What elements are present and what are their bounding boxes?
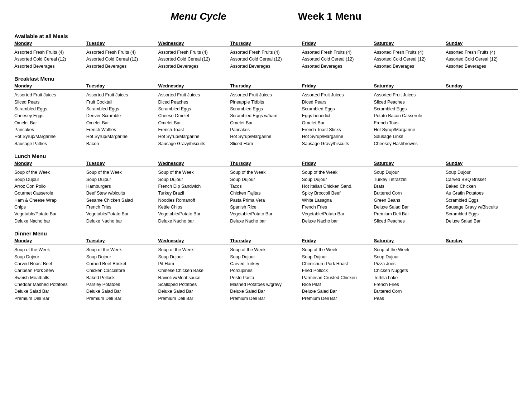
available-grid-saturday-col: Assorted Fresh Fruits (4)Assorted Cold C… [374, 49, 446, 70]
list-item: Assorted Fresh Fruits (4) [230, 49, 299, 56]
list-item: Omelet Bar [86, 120, 155, 126]
list-item: Spanish Rice [230, 204, 299, 211]
lunch-grid-friday-col: Soup of the WeekSoup DujourHot Italian C… [302, 169, 374, 225]
dinner-grid-sunday-col [446, 247, 518, 302]
day-header-tue-dinner: Tuesday [86, 238, 158, 243]
lunch-grid-saturday-col: Soup DujourTurkey TetrazziniBratsButtere… [374, 169, 446, 225]
list-item: Pesto Pasta [230, 274, 299, 281]
list-item: Deluxe Nacho bar [14, 218, 83, 225]
list-item: Soup of the Week [158, 247, 227, 253]
list-item: Pancakes [230, 126, 299, 133]
list-item: Sausage Gravy w/Biscuits [446, 204, 515, 211]
list-item: Soup of the Week [374, 247, 443, 253]
available-grid-tuesday-col: Assorted Fresh Fruits (4)Assorted Cold C… [86, 49, 158, 70]
list-item: Assorted Beverages [158, 63, 227, 70]
list-item: Bacon [86, 140, 155, 147]
list-item: Assorted Fruit Juices [374, 92, 443, 99]
list-item: Premium Deli Bar [14, 295, 83, 302]
list-item: Soup Dujour [374, 169, 443, 176]
list-item: Sausage Gravy/biscuits [158, 140, 227, 147]
dinner-section-title: Dinner Menu [14, 230, 518, 236]
list-item: Vegetable/Potato Bar [14, 211, 83, 218]
list-item: Kettle Chips [158, 204, 227, 211]
day-header-sat-dinner: Saturday [374, 238, 446, 243]
list-item: Sesame Chicken Salad [86, 197, 155, 204]
available-section-title: Available at all Meals [14, 33, 518, 39]
list-item: Hot Syrup/Margarine [86, 133, 155, 140]
menu-cycle-title: Menu Cycle [171, 11, 226, 22]
list-item: Gourmet Casserole [14, 190, 83, 197]
list-item: Eggs benedict [302, 113, 371, 119]
lunch-grid-tuesday-col: Soup of the WeekSoup DujourHamburgersBee… [86, 169, 158, 225]
available-grid-sunday-col: Assorted Fresh Fruits (4)Assorted Cold C… [446, 49, 518, 70]
list-item: White Lasagna [302, 197, 371, 204]
day-header-mon-bfast: Monday [14, 83, 86, 89]
list-item: Soup Dujour [446, 169, 515, 176]
day-header-sun-avail: Sunday [446, 40, 518, 46]
day-header-sat-lunch: Saturday [374, 161, 446, 166]
list-item: Scrambled Eggs [230, 106, 299, 113]
list-item: French Waffles [86, 126, 155, 133]
list-item: Deluxe Salad Bar [158, 288, 227, 295]
list-item: Baked Chicken [446, 183, 515, 190]
available-grid-wednesday-col: Assorted Fresh Fruits (4)Assorted Cold C… [158, 49, 230, 70]
list-item: Chimichurri Pork Roast [302, 261, 371, 267]
day-header-sat-bfast: Saturday [374, 83, 446, 89]
list-item: Fried Pollock [302, 267, 371, 274]
list-item: Assorted Cold Cereal (12) [86, 56, 155, 63]
list-item: Assorted Beverages [302, 63, 371, 70]
list-item: Soup of the Week [230, 247, 299, 253]
list-item: Sliced Pears [14, 99, 83, 106]
list-item: Diced Peaches [158, 99, 227, 106]
list-item: Carved BBQ Brisket [446, 176, 515, 183]
list-item: Chicken Cacciatore [86, 267, 155, 274]
list-item: Deluxe Nacho bar [302, 218, 371, 225]
available-menu-grid: Assorted Fresh Fruits (4)Assorted Cold C… [14, 49, 518, 70]
day-header-thu-avail: Thursday [230, 40, 302, 46]
lunch-grid-monday-col: Soup of the WeekSoup DujourArroz Con Pol… [14, 169, 86, 225]
list-item: Scrambled Eggs [86, 106, 155, 113]
list-item: Carved Turkey [230, 261, 299, 267]
list-item: Sausage Gravy/biscuits [302, 140, 371, 147]
list-item: Corned Beef Brisket [86, 261, 155, 267]
list-item: Sliced Ham [230, 140, 299, 147]
list-item: Pineapple Tidbits [230, 99, 299, 106]
list-item: Assorted Cold Cereal (12) [14, 56, 83, 63]
lunch-grid-thursday-col: Soup of the WeekSoup DujourTacosChicken … [230, 169, 302, 225]
list-item: Assorted Fresh Fruits (4) [14, 49, 83, 56]
list-item: Vegetable/Potato Bar [158, 211, 227, 218]
list-item: Scrambled Eggs [302, 106, 371, 113]
dinner-grid-wednesday-col: Soup of the WeekSoup DujourPit HamChines… [158, 247, 230, 302]
list-item: Pasta Prima Vera [230, 197, 299, 204]
list-item: Soup Dujour [374, 254, 443, 261]
dinner-grid-saturday-col: Soup of the WeekSoup DujourPizza JoesChi… [374, 247, 446, 302]
list-item: Sliced Peaches [374, 218, 443, 225]
list-item: Omelet Bar [302, 120, 371, 126]
list-item: Soup Dujour [86, 254, 155, 261]
dinner-day-headers: Monday Tuesday Wednesday Thursday Friday… [14, 238, 518, 244]
day-header-thu-lunch: Thursday [230, 161, 302, 166]
day-header-mon-lunch: Monday [14, 161, 86, 166]
list-item: Potato Bacon Casserole [374, 113, 443, 119]
list-item: Caribean Pork Stew [14, 267, 83, 274]
list-item: Peas [374, 295, 443, 302]
list-item: Vegetable/Potato Bar [230, 211, 299, 218]
dinner-grid-monday-col: Soup of the WeekSoup DujourCarved Roast … [14, 247, 86, 302]
list-item: Soup of the Week [14, 247, 83, 253]
list-item: Scrambled Eggs [446, 197, 515, 204]
list-item: Hot Syrup/Margarine [302, 133, 371, 140]
list-item: Soup Dujour [86, 176, 155, 183]
list-item: Assorted Fruit Juices [230, 92, 299, 99]
list-item: Hot Syrup/Margarine [14, 133, 83, 140]
list-item: Assorted Beverages [374, 63, 443, 70]
breakfast-grid-saturday-col: Assorted Fruit JuicesSliced PeachesScram… [374, 92, 446, 147]
list-item: Tortilla bake [374, 274, 443, 281]
list-item: Scalloped Potatoes [158, 281, 227, 288]
list-item: Assorted Beverages [14, 63, 83, 70]
list-item: Scrambled Eggs [446, 211, 515, 218]
day-header-wed-dinner: Wednesday [158, 238, 230, 243]
breakfast-menu-grid: Assorted Fruit JuicesSliced PearsScrambl… [14, 92, 518, 147]
list-item: Assorted Cold Cereal (12) [158, 56, 227, 63]
list-item: Sausage Links [374, 133, 443, 140]
list-item: Assorted Fruit Juices [14, 92, 83, 99]
